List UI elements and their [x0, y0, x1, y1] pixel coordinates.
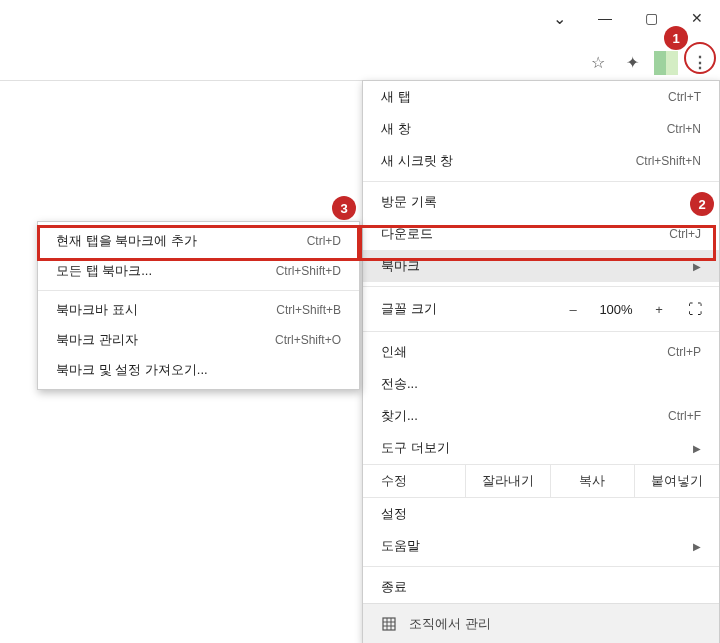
- zoom-value: 100%: [591, 302, 641, 317]
- submenu-import-bookmarks[interactable]: 북마크 및 설정 가져오기...: [38, 355, 359, 385]
- menu-label: 모든 탭 북마크...: [56, 262, 276, 280]
- profile-icon[interactable]: [652, 49, 680, 77]
- kebab-menu-button[interactable]: ⋮: [686, 49, 714, 77]
- menu-label: 현재 탭을 북마크에 추가: [56, 232, 307, 250]
- menu-label: 북마크바 표시: [56, 301, 276, 319]
- menu-downloads[interactable]: 다운로드 Ctrl+J: [363, 218, 719, 250]
- minimize-button[interactable]: —: [582, 0, 628, 36]
- menu-separator: [363, 331, 719, 332]
- menu-label: 도구 더보기: [381, 439, 685, 457]
- menu-cast[interactable]: 전송...: [363, 368, 719, 400]
- menu-label: 북마크 관리자: [56, 331, 275, 349]
- menu-managed-by-org[interactable]: 조직에서 관리: [363, 603, 719, 643]
- extensions-icon[interactable]: ✦: [618, 49, 646, 77]
- menu-separator: [38, 290, 359, 291]
- menu-label: 전송...: [381, 375, 701, 393]
- menu-label: 찾기...: [381, 407, 668, 425]
- submenu-show-bookmark-bar[interactable]: 북마크바 표시 Ctrl+Shift+B: [38, 295, 359, 325]
- menu-label: 다운로드: [381, 225, 669, 243]
- annotation-badge-1: 1: [664, 26, 688, 50]
- edit-paste-button[interactable]: 붙여넣기: [634, 465, 719, 497]
- menu-zoom: 글꼴 크기 – 100% + ⛶: [363, 291, 719, 327]
- menu-shortcut: Ctrl+N: [667, 122, 701, 136]
- menu-new-tab[interactable]: 새 탭 Ctrl+T: [363, 81, 719, 113]
- window-controls: ⌄ — ▢ ✕: [536, 0, 720, 36]
- menu-shortcut: Ctrl+T: [668, 90, 701, 104]
- fullscreen-button[interactable]: ⛶: [677, 301, 713, 317]
- svg-rect-0: [383, 618, 395, 630]
- menu-exit[interactable]: 종료: [363, 571, 719, 603]
- menu-edit-label: 수정: [363, 465, 465, 497]
- menu-help[interactable]: 도움말 ▶: [363, 530, 719, 562]
- tab-chevron-icon[interactable]: ⌄: [536, 0, 582, 36]
- menu-shortcut: Ctrl+Shift+D: [276, 264, 341, 278]
- menu-label: 새 창: [381, 120, 667, 138]
- menu-separator: [363, 286, 719, 287]
- zoom-in-button[interactable]: +: [641, 302, 677, 317]
- menu-label: 북마크: [381, 257, 685, 275]
- menu-label: 인쇄: [381, 343, 667, 361]
- menu-label: 설정: [381, 505, 701, 523]
- menu-more-tools[interactable]: 도구 더보기 ▶: [363, 432, 719, 464]
- submenu-bookmark-manager[interactable]: 북마크 관리자 Ctrl+Shift+O: [38, 325, 359, 355]
- menu-shortcut: Ctrl+Shift+B: [276, 303, 341, 317]
- menu-shortcut: Ctrl+Shift+O: [275, 333, 341, 347]
- menu-incognito[interactable]: 새 시크릿 창 Ctrl+Shift+N: [363, 145, 719, 177]
- menu-shortcut: Ctrl+P: [667, 345, 701, 359]
- browser-toolbar: ☆ ✦ ⋮: [0, 45, 720, 81]
- menu-print[interactable]: 인쇄 Ctrl+P: [363, 336, 719, 368]
- building-icon: [381, 616, 397, 632]
- menu-label: 종료: [381, 578, 701, 596]
- submenu-bookmark-all[interactable]: 모든 탭 북마크... Ctrl+Shift+D: [38, 256, 359, 286]
- menu-label: 새 탭: [381, 88, 668, 106]
- menu-find[interactable]: 찾기... Ctrl+F: [363, 400, 719, 432]
- menu-shortcut: Ctrl+D: [307, 234, 341, 248]
- menu-label: 새 시크릿 창: [381, 152, 636, 170]
- bookmarks-submenu: 현재 탭을 북마크에 추가 Ctrl+D 모든 탭 북마크... Ctrl+Sh…: [37, 221, 360, 390]
- menu-label: 북마크 및 설정 가져오기...: [56, 361, 341, 379]
- submenu-arrow-icon: ▶: [693, 443, 701, 454]
- bookmark-star-icon[interactable]: ☆: [584, 49, 612, 77]
- menu-settings[interactable]: 설정: [363, 498, 719, 530]
- menu-shortcut: Ctrl+F: [668, 409, 701, 423]
- menu-label: 조직에서 관리: [409, 615, 491, 633]
- menu-new-window[interactable]: 새 창 Ctrl+N: [363, 113, 719, 145]
- annotation-badge-2: 2: [690, 192, 714, 216]
- edit-copy-button[interactable]: 복사: [550, 465, 635, 497]
- submenu-arrow-icon: ▶: [693, 261, 701, 272]
- submenu-add-bookmark[interactable]: 현재 탭을 북마크에 추가 Ctrl+D: [38, 226, 359, 256]
- browser-main-menu: 새 탭 Ctrl+T 새 창 Ctrl+N 새 시크릿 창 Ctrl+Shift…: [362, 80, 720, 643]
- menu-history[interactable]: 방문 기록 ▶: [363, 186, 719, 218]
- menu-shortcut: Ctrl+J: [669, 227, 701, 241]
- submenu-arrow-icon: ▶: [693, 541, 701, 552]
- annotation-badge-3: 3: [332, 196, 356, 220]
- menu-label: 도움말: [381, 537, 685, 555]
- zoom-out-button[interactable]: –: [555, 302, 591, 317]
- menu-separator: [363, 566, 719, 567]
- menu-bookmarks[interactable]: 북마크 ▶: [363, 250, 719, 282]
- menu-edit-row: 수정 잘라내기 복사 붙여넣기: [363, 464, 719, 498]
- edit-cut-button[interactable]: 잘라내기: [465, 465, 550, 497]
- menu-label: 글꼴 크기: [381, 300, 555, 318]
- menu-label: 방문 기록: [381, 193, 685, 211]
- menu-shortcut: Ctrl+Shift+N: [636, 154, 701, 168]
- menu-separator: [363, 181, 719, 182]
